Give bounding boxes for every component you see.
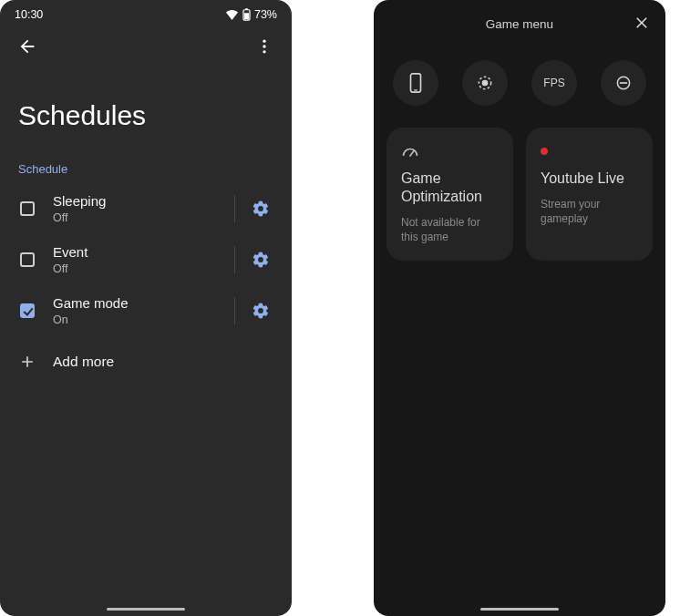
screenshot-button[interactable] (393, 60, 438, 106)
schedule-labels: Sleeping Off (53, 193, 225, 224)
section-label: Schedule (0, 149, 292, 183)
plus-icon (18, 353, 36, 371)
quick-actions: FPS (374, 47, 665, 128)
status-bar: 10:30 73% (0, 0, 292, 26)
schedule-labels: Event Off (53, 244, 225, 275)
card-icon-wrap (541, 142, 638, 160)
gear-icon (252, 302, 270, 320)
row-divider (234, 246, 235, 273)
phone-frame-icon (408, 73, 423, 93)
svg-rect-1 (245, 8, 248, 10)
svg-line-12 (410, 150, 414, 156)
add-more-label: Add more (53, 354, 277, 370)
fps-button[interactable]: FPS (531, 60, 577, 106)
svg-rect-6 (411, 74, 421, 92)
wifi-icon (225, 9, 239, 20)
nav-indicator[interactable] (107, 608, 185, 611)
status-battery: 73% (254, 8, 277, 21)
dnd-button[interactable] (601, 60, 646, 106)
schedule-checkbox[interactable] (15, 252, 40, 267)
svg-point-3 (263, 40, 265, 43)
gear-icon (252, 251, 270, 269)
schedule-state: On (53, 313, 225, 326)
schedule-settings-button[interactable] (244, 243, 277, 276)
overflow-menu-button[interactable] (248, 30, 281, 63)
schedule-name: Sleeping (53, 193, 225, 209)
dnd-icon (614, 74, 633, 92)
status-right: 73% (225, 8, 277, 21)
add-label-wrap: Add more (53, 354, 277, 370)
arrow-left-icon (17, 36, 37, 56)
schedule-settings-button[interactable] (244, 294, 277, 327)
app-bar (0, 26, 292, 67)
card-game-optimization[interactable]: Game Optimization Not available for this… (386, 128, 513, 261)
schedule-row-gamemode[interactable]: Game mode On (5, 285, 286, 336)
svg-rect-2 (244, 13, 249, 19)
card-sub: Not available for this game (401, 215, 499, 244)
row-divider (234, 195, 235, 222)
schedule-list: Sleeping Off Event Off Game mode On (0, 183, 292, 387)
page-title: Schedules (0, 67, 292, 149)
game-menu-header: Game menu (374, 0, 665, 47)
svg-point-5 (263, 50, 265, 53)
fps-label: FPS (543, 77, 564, 89)
svg-point-4 (263, 45, 265, 47)
row-divider (234, 297, 235, 324)
card-icon-wrap (401, 142, 499, 160)
live-dot-icon (541, 148, 548, 155)
card-youtube-live[interactable]: Youtube Live Stream your gameplay (526, 128, 653, 261)
card-title: Game Optimization (401, 169, 499, 206)
schedule-checkbox[interactable] (15, 201, 40, 216)
schedule-state: Off (53, 211, 225, 224)
nav-indicator[interactable] (480, 608, 559, 611)
schedule-settings-button[interactable] (244, 192, 277, 225)
gauge-icon (401, 144, 419, 159)
schedule-name: Event (53, 244, 225, 260)
status-time: 10:30 (15, 8, 43, 21)
card-title: Youtube Live (541, 169, 638, 188)
more-vert-icon (255, 37, 273, 56)
card-sub: Stream your gameplay (541, 197, 638, 226)
schedule-state: Off (53, 262, 225, 275)
add-icon-wrap (15, 353, 40, 371)
gear-icon (252, 200, 270, 218)
schedule-checkbox[interactable] (15, 303, 40, 318)
add-more-button[interactable]: Add more (5, 336, 286, 387)
schedules-screen: 10:30 73% Schedules Schedule Sleeping Of… (0, 0, 292, 616)
cards-row: Game Optimization Not available for this… (374, 128, 665, 261)
battery-icon (242, 8, 251, 21)
close-button[interactable] (629, 9, 656, 36)
schedule-name: Game mode (53, 295, 225, 311)
schedule-labels: Game mode On (53, 295, 225, 326)
svg-rect-11 (620, 82, 627, 84)
close-icon (634, 15, 651, 31)
game-menu-title: Game menu (486, 17, 553, 31)
record-button[interactable] (462, 60, 508, 106)
schedule-row-event[interactable]: Event Off (5, 234, 286, 285)
svg-point-9 (482, 80, 489, 87)
svg-rect-7 (414, 89, 417, 90)
record-icon (476, 74, 494, 92)
back-button[interactable] (11, 30, 44, 63)
schedule-row-sleeping[interactable]: Sleeping Off (5, 183, 286, 234)
game-menu-screen: Game menu FPS Game Optimization Not avai… (374, 0, 665, 616)
